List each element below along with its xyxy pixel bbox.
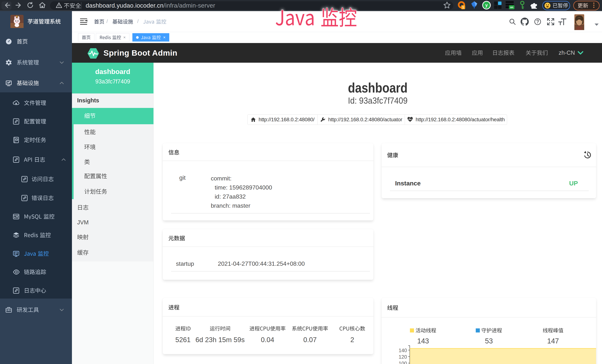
- svg-text:1: 1: [462, 6, 464, 9]
- svg-text:on: on: [510, 6, 513, 9]
- svg-text:y: y: [485, 3, 488, 8]
